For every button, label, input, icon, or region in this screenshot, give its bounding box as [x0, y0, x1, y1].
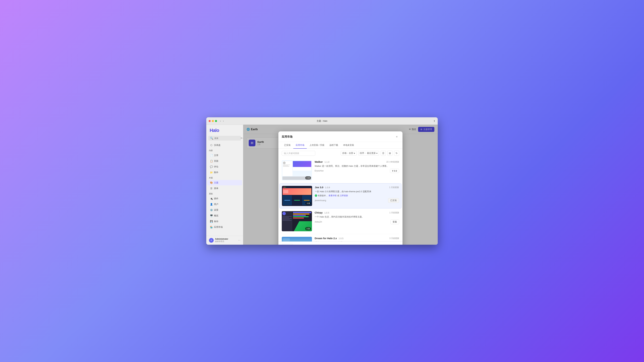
sidebar-item-label: 附件 [214, 171, 218, 174]
sidebar-item-themes[interactable]: 🎨 主题 [207, 180, 242, 185]
window-body: Halo 🔍 ⌘+K ⬡ 仪表盘 内容 📄 文章 📋 页面 � [206, 125, 438, 245]
main-window: ‹ › 主题 - Halo ⬆ Halo 🔍 ⌘+K ⬡ 仪表盘 内容 📄 [206, 117, 438, 245]
backup-icon: 💾 [210, 220, 213, 223]
sidebar-item-plugins[interactable]: 🔌 插件 [207, 196, 242, 201]
articles-icon: 📄 [210, 154, 213, 157]
sidebar-item-appmarket[interactable]: 🏪 应用市场 [207, 224, 242, 230]
chevron-down-icon: ▾ [354, 152, 355, 155]
search-icon: 🔍 [210, 137, 213, 140]
list-view-button[interactable]: ☰ [381, 151, 386, 156]
tab-local[interactable]: 本地未安装 [341, 142, 356, 149]
sidebar-item-backup[interactable]: 💾 备份 [207, 219, 242, 224]
list-icon: ☰ [382, 152, 384, 155]
toolbar-right: 价格：全部 ▾ 排序： 最近更新 ▾ ☰ [341, 151, 399, 156]
modal-tabs: 已安装 应用市场 上传安装 / 升级 远程下载 本地未安装 [278, 142, 402, 149]
nav-buttons: ‹ › [219, 119, 224, 123]
grid-icon: ⊞ [389, 152, 391, 155]
maximize-traffic-light[interactable] [215, 120, 217, 122]
user-more-button[interactable]: ··· [238, 239, 240, 242]
close-modal-button[interactable]: 关闭 [282, 244, 293, 245]
app-market-modal: 应用市场 × 已安装 应用市场 上传安装 / 升级 远程下载 本地未安装 [278, 131, 402, 245]
title-bar: ‹ › 主题 - Halo ⬆ [206, 117, 438, 125]
sidebar-section-system: 系统 [206, 191, 243, 196]
theme-name-row: Chirpy 1.0.5 1 天前更新 [314, 211, 399, 214]
tab-remote[interactable]: 远程下载 [327, 142, 340, 149]
theme-desc: 一个 Halo 生态，简约且功能丰富的技术博客主题。 [314, 215, 399, 219]
modal-overlay: 应用市场 × 已安装 应用市场 上传安装 / 升级 远程下载 本地未安装 [243, 125, 438, 245]
theme-update-time: 1 天前更新 [389, 186, 399, 189]
theme-name: Chirpy [314, 211, 323, 214]
sidebar-search[interactable]: 🔍 ⌘+K [208, 136, 241, 141]
sidebar-user-section: A Administrator 超级管理员 ··· [206, 236, 243, 245]
modal-footer: 关闭 [278, 242, 402, 245]
forward-button[interactable]: › [222, 119, 224, 123]
user-role: 超级管理员 [215, 240, 237, 243]
theme-thumbnail-walker: 主题 [282, 160, 312, 180]
menus-icon: ☰ [210, 187, 213, 190]
sidebar-section-appearance: 外观 [206, 175, 243, 180]
grid-view-button[interactable]: ⊞ [388, 151, 392, 156]
theme-author: jiewenhuang [315, 199, 326, 202]
refresh-button[interactable]: ↻ [394, 151, 399, 156]
installed-button[interactable]: 已安装 [388, 198, 399, 203]
sort-value: 最近更新 [367, 152, 376, 155]
view-details-link[interactable]: 查看详情 [328, 194, 336, 197]
theme-name: Walker [314, 160, 323, 163]
sidebar-item-comments[interactable]: 💬 评论 [207, 164, 242, 169]
search-input[interactable] [214, 137, 240, 139]
plugins-icon: 🔌 [210, 197, 213, 200]
theme-version: 1.0.5 [324, 212, 329, 214]
theme-name-area: Joe 3.0 1.0.9 [315, 186, 330, 189]
sidebar-item-label: 仪表盘 [214, 144, 220, 147]
sort-button[interactable]: 排序： 最近更新 ▾ [358, 151, 379, 156]
update-dot-icon: ✓ [315, 194, 317, 197]
avatar: A [209, 238, 214, 243]
price-button[interactable]: ¥ 9.9 [390, 169, 399, 173]
theme-author-row: EryouHao ¥ 9.9 [314, 169, 399, 173]
modal-close-button[interactable]: × [394, 134, 399, 139]
theme-name-row: Joe 3.0 1.0.9 1 天前更新 [315, 186, 399, 189]
tab-upload[interactable]: 上传安装 / 升级 [307, 142, 327, 149]
theme-thumbnail-chirpy: 主题 [282, 211, 312, 231]
sidebar-item-dashboard[interactable]: ⬡ 仪表盘 [207, 142, 242, 148]
update-notice: ✓ 有新版本， 查看详情 或 立即更新 [315, 194, 399, 197]
main-content: 🌐 Earth 👁 预览 ⊞ 主题管理 [243, 125, 438, 245]
install-button[interactable]: 安装 [390, 220, 399, 224]
sidebar-item-articles[interactable]: 📄 文章 [207, 153, 242, 158]
modal-toolbar: 价格：全部 ▾ 排序： 最近更新 ▾ ☰ [278, 149, 402, 158]
sidebar-item-label: 页面 [214, 160, 218, 163]
sidebar-item-attachments[interactable]: 📁 附件 [207, 170, 242, 175]
back-button[interactable]: ‹ [219, 119, 222, 123]
theme-name-area: Dream for Halo 2.x 1.0.5 [314, 237, 344, 240]
tab-installed[interactable]: 已安装 [282, 142, 293, 149]
sidebar-item-users[interactable]: 👤 用户 [207, 202, 242, 207]
minimize-traffic-light[interactable] [212, 120, 214, 122]
theme-name-row: Dream for Halo 2.x 1.0.5 3 天前更新 [314, 237, 399, 240]
sort-label: 排序： [360, 152, 366, 155]
sidebar-item-menus[interactable]: ☰ 菜单 [207, 186, 242, 191]
window-toolbar-right: ⬆ [433, 120, 435, 122]
theme-update-time: 1 天前更新 [390, 211, 399, 214]
attachments-icon: 📁 [210, 171, 213, 174]
theme-author: AirboZH [314, 221, 322, 223]
sidebar-item-pages[interactable]: 📋 页面 [207, 158, 242, 164]
theme-desc: 一款 Halo 2.0 的博客主题，由 halo-theme-joe2.0 适配… [315, 190, 399, 193]
update-now-link[interactable]: 立即更新 [340, 194, 348, 197]
appmarket-icon: 🏪 [210, 226, 213, 228]
market-search-input[interactable] [282, 151, 315, 156]
sidebar-item-settings[interactable]: ⚙️ 设置 [207, 207, 242, 213]
tab-market[interactable]: 应用市场 [293, 142, 307, 149]
chevron-down-icon: ▾ [376, 152, 378, 155]
theme-info-chirpy: Chirpy 1.0.5 1 天前更新 一个 Halo 生态，简约且功能丰富的技… [314, 211, 399, 224]
theme-version: 1.1.0 [324, 161, 330, 163]
sidebar-item-label: 应用市场 [214, 226, 223, 229]
sidebar-section-content: 内容 [206, 148, 243, 152]
close-traffic-light[interactable] [209, 120, 211, 122]
user-name: Administrator [215, 238, 237, 240]
overview-icon: 🖥️ [210, 214, 213, 217]
type-badge-joe: 主题 [306, 202, 311, 205]
theme-desc: Walker 是一款漂亮、简洁、优雅的 Halo 主题，非常适合用来搭建个人博客… [314, 164, 399, 168]
list-item: Dream for Halo 2.x 1.0.5 3 天前更新 适配 Halo … [282, 234, 399, 242]
price-filter-button[interactable]: 价格：全部 ▾ [341, 151, 356, 156]
sidebar-item-overview[interactable]: 🖥️ 概览 [207, 213, 242, 218]
